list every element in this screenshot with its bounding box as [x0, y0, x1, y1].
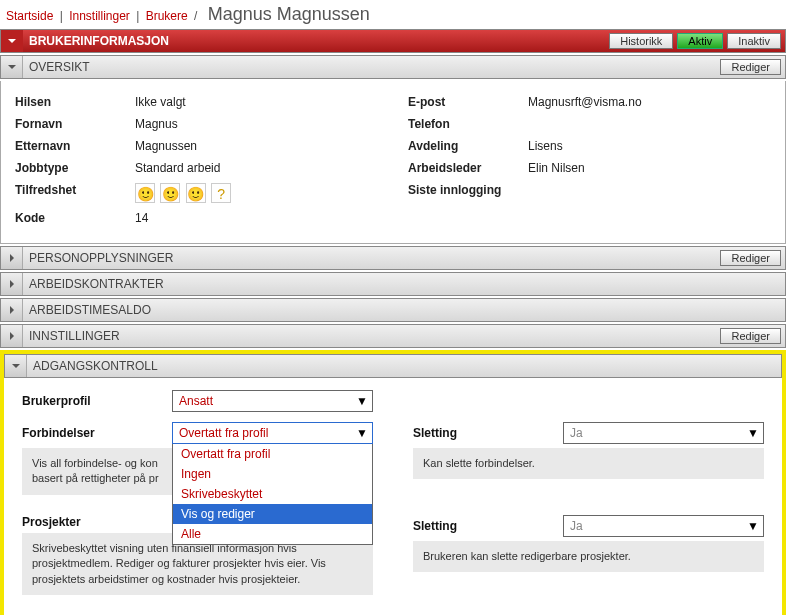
label-telefon: Telefon [408, 117, 528, 131]
access-panel: Brukerprofil Ansatt ▼ Forbindelser Overt… [4, 378, 782, 615]
label-prosjekter: Prosjekter [22, 515, 172, 529]
value-siste-innlogging [528, 183, 771, 197]
edit-button[interactable]: Rediger [720, 250, 781, 266]
value-kode: 14 [135, 211, 378, 225]
value-hilsen: Ikke valgt [135, 95, 378, 109]
chevron-down-icon: ▼ [356, 394, 368, 408]
section-title: INNSTILLINGER [29, 329, 720, 343]
label-kode: Kode [15, 211, 135, 225]
dropdown-option[interactable]: Skrivebeskyttet [173, 484, 372, 504]
collapse-toggle[interactable] [5, 355, 27, 377]
highlighted-region: ADGANGSKONTROLL Brukerprofil Ansatt ▼ Fo… [0, 350, 786, 615]
section-header-adgangskontroll: ADGANGSKONTROLL [4, 354, 782, 378]
desc-text: Vis all forbindelse- og kon [32, 457, 158, 469]
overview-panel: HilsenIkke valgt FornavnMagnus Etternavn… [0, 81, 786, 244]
value-epost: Magnusrft@visma.no [528, 95, 771, 109]
label-brukerprofil: Brukerprofil [22, 394, 172, 408]
label-sletting: Sletting [413, 519, 563, 533]
expand-toggle[interactable] [1, 325, 23, 347]
chevron-down-icon: ▼ [356, 426, 368, 440]
breadcrumb-sep: | [136, 9, 139, 23]
section-header-arbeidskontrakter: ARBEIDSKONTRAKTER [0, 272, 786, 296]
expand-toggle[interactable] [1, 299, 23, 321]
desc-sletting-forbindelser: Kan slette forbindelser. [413, 448, 764, 479]
dropdown-option[interactable]: Alle [173, 524, 372, 544]
edit-button[interactable]: Rediger [720, 59, 781, 75]
breadcrumb-link-brukere[interactable]: Brukere [146, 9, 188, 23]
expand-toggle[interactable] [1, 273, 23, 295]
section-title: BRUKERINFORMASJON [29, 34, 609, 48]
label-hilsen: Hilsen [15, 95, 135, 109]
active-button[interactable]: Aktiv [677, 33, 723, 49]
collapse-toggle[interactable] [1, 30, 23, 52]
edit-button[interactable]: Rediger [720, 328, 781, 344]
section-header-oversikt: OVERSIKT Rediger [0, 55, 786, 79]
select-value: Ja [570, 519, 583, 533]
desc-sletting-prosjekter: Brukeren kan slette redigerbare prosjekt… [413, 541, 764, 572]
label-forbindelser: Forbindelser [22, 426, 172, 440]
breadcrumb-current: Magnus Magnussen [208, 4, 370, 24]
chevron-down-icon: ▼ [747, 519, 759, 533]
label-avdeling: Avdeling [408, 139, 528, 153]
breadcrumb: Startside | Innstillinger | Brukere / Ma… [0, 0, 786, 29]
section-title: OVERSIKT [29, 60, 720, 74]
smiley-icon[interactable]: 🙂 [186, 183, 206, 203]
section-header-innstillinger: INNSTILLINGER Rediger [0, 324, 786, 348]
select-value: Ja [570, 426, 583, 440]
breadcrumb-link-startside[interactable]: Startside [6, 9, 53, 23]
select-value: Ansatt [179, 394, 213, 408]
label-etternavn: Etternavn [15, 139, 135, 153]
select-brukerprofil[interactable]: Ansatt ▼ [172, 390, 373, 412]
value-jobbtype: Standard arbeid [135, 161, 378, 175]
history-button[interactable]: Historikk [609, 33, 673, 49]
label-siste-innlogging: Siste innlogging [408, 183, 528, 197]
inactive-button[interactable]: Inaktiv [727, 33, 781, 49]
help-icon[interactable]: ? [211, 183, 231, 203]
smiley-icon[interactable]: 🙂 [160, 183, 180, 203]
breadcrumb-link-innstillinger[interactable]: Innstillinger [69, 9, 130, 23]
smiley-icon[interactable]: 🙂 [135, 183, 155, 203]
select-sletting-prosjekter[interactable]: Ja ▼ [563, 515, 764, 537]
dropdown-option[interactable]: Overtatt fra profil [173, 444, 372, 464]
select-value: Overtatt fra profil [179, 426, 268, 440]
value-arbeidsleder: Elin Nilsen [528, 161, 771, 175]
breadcrumb-sep: / [194, 9, 197, 23]
dropdown-forbindelser: Overtatt fra profil Ingen Skrivebeskytte… [172, 444, 373, 545]
value-fornavn: Magnus [135, 117, 378, 131]
breadcrumb-sep: | [60, 9, 63, 23]
section-header-brukerinfo: BRUKERINFORMASJON Historikk Aktiv Inakti… [0, 29, 786, 53]
label-epost: E-post [408, 95, 528, 109]
label-sletting: Sletting [413, 426, 563, 440]
section-header-personopplysninger: PERSONOPPLYSNINGER Rediger [0, 246, 786, 270]
value-etternavn: Magnussen [135, 139, 378, 153]
value-telefon [528, 117, 771, 131]
value-avdeling: Lisens [528, 139, 771, 153]
select-sletting-forbindelser[interactable]: Ja ▼ [563, 422, 764, 444]
expand-toggle[interactable] [1, 247, 23, 269]
collapse-toggle[interactable] [1, 56, 23, 78]
chevron-down-icon: ▼ [747, 426, 759, 440]
label-arbeidsleder: Arbeidsleder [408, 161, 528, 175]
dropdown-option[interactable]: Ingen [173, 464, 372, 484]
label-tilfredshet: Tilfredshet [15, 183, 135, 203]
value-tilfredshet: 🙂 🙂 🙂 ? [135, 183, 378, 203]
select-forbindelser[interactable]: Overtatt fra profil ▼ [172, 422, 373, 444]
label-jobbtype: Jobbtype [15, 161, 135, 175]
dropdown-option-selected[interactable]: Vis og rediger [173, 504, 372, 524]
section-header-arbeidstimesaldo: ARBEIDSTIMESALDO [0, 298, 786, 322]
section-title: ADGANGSKONTROLL [33, 359, 781, 373]
desc-text: basert på rettigheter på pr [32, 472, 159, 484]
label-fornavn: Fornavn [15, 117, 135, 131]
section-title: ARBEIDSTIMESALDO [29, 303, 785, 317]
section-title: ARBEIDSKONTRAKTER [29, 277, 785, 291]
section-title: PERSONOPPLYSNINGER [29, 251, 720, 265]
